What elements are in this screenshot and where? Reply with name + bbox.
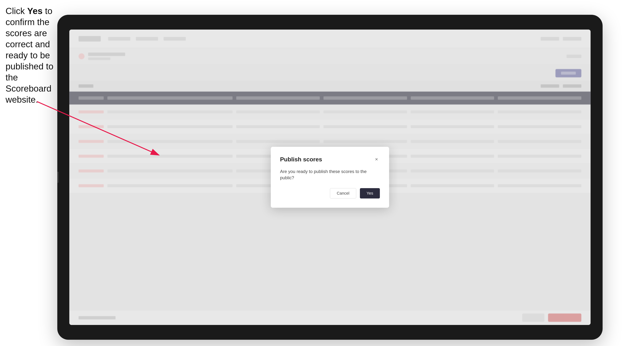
tablet-side-button <box>57 172 59 183</box>
dialog-actions: Cancel Yes <box>280 188 380 198</box>
publish-dialog: Publish scores × Are you ready to publis… <box>271 147 389 208</box>
tablet-device: Publish scores × Are you ready to publis… <box>57 15 602 340</box>
instruction-text-part1: Click <box>6 6 27 16</box>
instruction-text-part2: to confirm the scores are correct and re… <box>6 6 54 105</box>
cancel-button[interactable]: Cancel <box>330 188 356 198</box>
dialog-close-button[interactable]: × <box>373 156 380 163</box>
modal-overlay: Publish scores × Are you ready to publis… <box>69 29 590 325</box>
instruction-text: Click Yes to confirm the scores are corr… <box>6 5 57 105</box>
tablet-screen: Publish scores × Are you ready to publis… <box>69 29 590 325</box>
dialog-message: Are you ready to publish these scores to… <box>280 169 380 181</box>
dialog-header: Publish scores × <box>280 156 380 163</box>
yes-button[interactable]: Yes <box>360 188 380 198</box>
dialog-title: Publish scores <box>280 156 322 163</box>
instruction-bold: Yes <box>27 6 42 16</box>
